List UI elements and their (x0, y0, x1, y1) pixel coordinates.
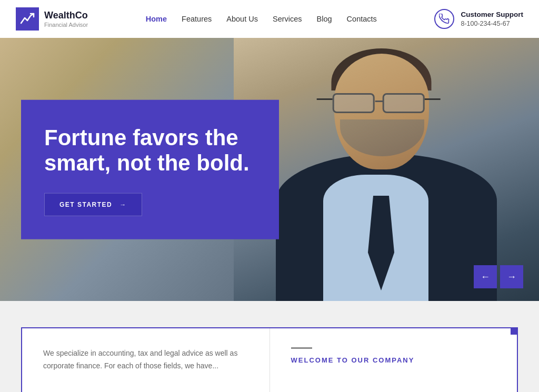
hero-person (234, 38, 539, 301)
support-area: Customer Support 8-100-234-45-67 (434, 9, 523, 29)
main-nav: Home Features About Us Services Blog Con… (146, 15, 377, 23)
support-phone: 8-100-234-45-67 (461, 20, 510, 27)
logo-area: WealthCo Financial Advisor (16, 7, 88, 31)
get-started-label: GET STARTED (59, 200, 112, 208)
next-arrow-icon: → (507, 272, 516, 283)
glasses (330, 93, 427, 114)
phone-icon (434, 9, 454, 29)
company-description: We specialize in accounting, tax and leg… (43, 347, 248, 373)
brand-name: WealthCo (44, 10, 88, 22)
brand-tagline: Financial Advisor (44, 22, 88, 28)
lower-card: We specialize in accounting, tax and leg… (21, 327, 518, 392)
hero-content-box: Fortune favors the smart, not the bold. … (21, 100, 279, 239)
support-label: Customer Support (461, 11, 523, 18)
support-text: Customer Support 8-100-234-45-67 (461, 11, 523, 28)
nav-home[interactable]: Home (146, 15, 167, 23)
logo-icon (16, 7, 39, 31)
nav-blog[interactable]: Blog (317, 15, 332, 23)
get-started-button[interactable]: GET STARTED → (44, 193, 142, 216)
logo-text: WealthCo Financial Advisor (44, 10, 88, 28)
hero-headline: Fortune favors the smart, not the bold. (44, 125, 254, 176)
next-slide-button[interactable]: → (500, 265, 523, 288)
nav-services[interactable]: Services (273, 15, 302, 23)
nav-contacts[interactable]: Contacts (347, 15, 377, 23)
lower-left-content: We specialize in accounting, tax and leg… (22, 328, 270, 392)
nav-features[interactable]: Features (182, 15, 212, 23)
prev-arrow-icon: ← (481, 272, 490, 283)
nav-about[interactable]: About Us (226, 15, 258, 23)
lower-section: We specialize in accounting, tax and leg… (0, 301, 539, 392)
divider-line (291, 347, 312, 349)
arrow-right-icon: → (119, 200, 127, 208)
lower-right-content: WELCOME TO OUR COMPANY (270, 328, 517, 392)
header: WealthCo Financial Advisor Home Features… (0, 0, 539, 38)
slider-arrows: ← → (474, 265, 523, 288)
prev-slide-button[interactable]: ← (474, 265, 497, 288)
hero-section: Fortune favors the smart, not the bold. … (0, 38, 539, 301)
welcome-label: WELCOME TO OUR COMPANY (291, 356, 496, 364)
